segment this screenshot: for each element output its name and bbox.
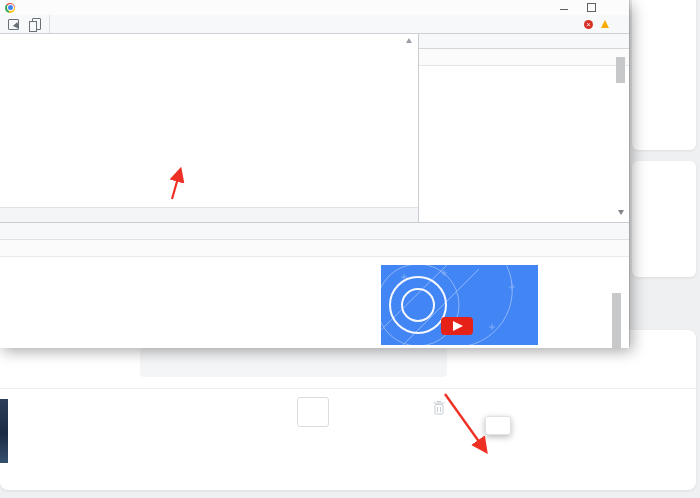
error-count-badge[interactable] [584,20,595,29]
drawer-scrollbar-thumb[interactable] [612,293,621,348]
scroll-up-icon[interactable] [406,38,412,43]
drawer-tabs [0,222,629,240]
min-order-notice [140,348,447,377]
remove-item-icon[interactable] [433,401,445,415]
page-card-mid-right [632,161,696,277]
dom-tree [0,34,418,207]
error-icon [584,20,593,29]
device-toolbar-icon[interactable] [32,18,41,30]
quantity-input[interactable] [297,397,329,427]
devtools-toolbar [0,15,629,34]
card-divider [0,388,696,389]
whats-new-header [0,240,629,257]
whats-new-video-thumbnail[interactable] [381,265,538,345]
warning-count-badge[interactable] [601,20,611,28]
inspect-overlay-margin [483,437,644,448]
drawer-menu-icon[interactable] [0,223,14,239]
maximize-icon[interactable] [587,3,596,12]
product-image [0,399,8,463]
warning-icon [601,20,609,28]
styles-filter-row [419,49,629,66]
page-card-top-right [632,0,696,150]
checkout-delivery-button[interactable] [488,459,639,472]
whats-new-content [0,257,629,348]
devtools-drawer [0,222,629,346]
minimize-icon[interactable] [560,9,568,10]
styles-pane [418,34,629,222]
styles-tabs [419,34,629,49]
inspect-element-icon[interactable] [8,19,19,30]
styles-scroll-down-icon[interactable] [618,210,624,215]
chrome-icon [5,3,15,13]
devtools-titlebar[interactable] [0,0,629,15]
devtools-window [0,0,629,346]
breadcrumb [0,207,424,223]
inspect-tooltip [485,416,511,435]
styles-scrollbar-thumb[interactable] [616,57,625,83]
screen [0,0,700,498]
